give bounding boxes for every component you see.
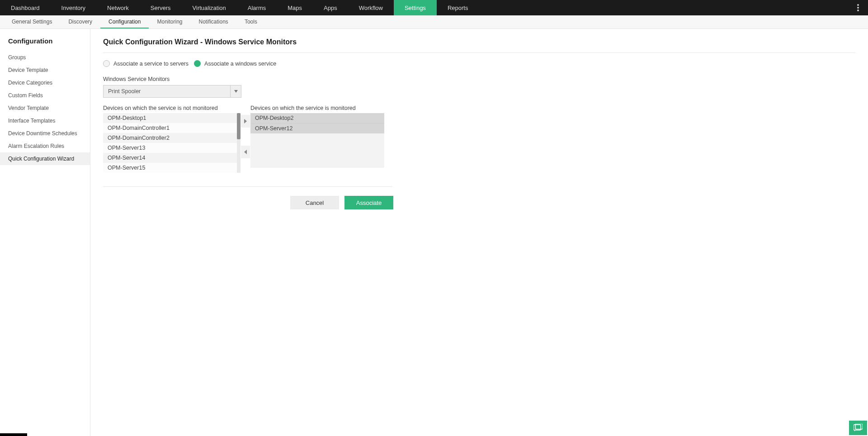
list-empty-space <box>250 133 384 168</box>
sidebar-item-device-template[interactable]: Device Template <box>0 64 90 76</box>
chevron-down-icon <box>230 85 241 97</box>
not-monitored-list[interactable]: OPM-Desktop1 OPM-DomainController1 OPM-D… <box>103 113 237 173</box>
move-left-button[interactable] <box>241 146 250 158</box>
subnav-discovery[interactable]: Discovery <box>60 15 100 28</box>
top-nav: Dashboard Inventory Network Servers Virt… <box>0 0 868 15</box>
nav-maps[interactable]: Maps <box>277 0 313 15</box>
radio-associate-windows-service[interactable]: Associate a windows service <box>194 60 276 67</box>
sidebar-item-interface-templates[interactable]: Interface Templates <box>0 114 90 127</box>
list-item[interactable]: OPM-Server15 <box>103 163 237 173</box>
list-item[interactable]: OPM-Server14 <box>103 153 237 163</box>
nav-workflow[interactable]: Workflow <box>348 0 394 15</box>
move-buttons <box>241 105 250 158</box>
svg-point-2 <box>857 9 859 11</box>
scrollbar[interactable] <box>237 113 241 173</box>
subnav-monitoring[interactable]: Monitoring <box>149 15 190 28</box>
sub-nav: General Settings Discovery Configuration… <box>0 15 868 29</box>
subnav-notifications[interactable]: Notifications <box>191 15 236 28</box>
sidebar: Configuration Groups Device Template Dev… <box>0 29 90 436</box>
subnav-configuration[interactable]: Configuration <box>100 15 149 28</box>
list-item[interactable]: OPM-DomainController1 <box>103 123 237 133</box>
list-item[interactable]: OPM-Desktop1 <box>103 113 237 123</box>
page-title: Quick Configuration Wizard - Windows Ser… <box>103 38 855 53</box>
monitored-list[interactable]: OPM-Desktop2 OPM-Server12 <box>250 113 384 168</box>
sidebar-item-custom-fields[interactable]: Custom Fields <box>0 89 90 102</box>
nav-dashboard[interactable]: Dashboard <box>0 0 51 15</box>
kebab-menu-icon[interactable] <box>853 0 863 15</box>
cancel-button[interactable]: Cancel <box>290 196 339 209</box>
action-buttons: Cancel Associate <box>103 186 392 209</box>
radio-associate-service-to-servers[interactable]: Associate a service to servers <box>103 60 189 67</box>
list-item[interactable]: OPM-Server12 <box>250 123 384 133</box>
list-item[interactable]: OPM-Server13 <box>103 143 237 153</box>
help-chat-button[interactable] <box>849 421 867 435</box>
radio-group: Associate a service to servers Associate… <box>103 53 855 71</box>
sidebar-item-device-categories[interactable]: Device Categories <box>0 76 90 89</box>
radio-icon <box>194 60 201 67</box>
nav-servers[interactable]: Servers <box>140 0 182 15</box>
monitored-label: Devices on which the service is monitore… <box>250 105 384 111</box>
sidebar-item-quick-configuration-wizard[interactable]: Quick Configuration Wizard <box>0 152 90 165</box>
nav-inventory[interactable]: Inventory <box>51 0 96 15</box>
service-select-label: Windows Service Monitors <box>103 76 392 82</box>
sidebar-item-vendor-template[interactable]: Vendor Template <box>0 102 90 114</box>
radio-label: Associate a windows service <box>204 61 276 67</box>
nav-network[interactable]: Network <box>96 0 140 15</box>
nav-alarms[interactable]: Alarms <box>237 0 277 15</box>
move-right-button[interactable] <box>241 115 250 128</box>
service-select[interactable]: Print Spooler <box>103 85 241 98</box>
nav-apps[interactable]: Apps <box>313 0 348 15</box>
bottom-strip <box>0 433 27 436</box>
main-content: Quick Configuration Wizard - Windows Ser… <box>90 29 868 436</box>
sidebar-item-device-downtime-schedules[interactable]: Device Downtime Schedules <box>0 127 90 140</box>
nav-settings[interactable]: Settings <box>394 0 437 15</box>
list-item[interactable]: OPM-DomainController2 <box>103 133 237 143</box>
svg-point-1 <box>857 7 859 9</box>
radio-label: Associate a service to servers <box>113 61 189 67</box>
subnav-general-settings[interactable]: General Settings <box>4 15 60 28</box>
subnav-tools[interactable]: Tools <box>236 15 265 28</box>
sidebar-title: Configuration <box>0 35 90 51</box>
nav-virtualization[interactable]: Virtualization <box>182 0 237 15</box>
sidebar-item-alarm-escalation-rules[interactable]: Alarm Escalation Rules <box>0 140 90 152</box>
radio-icon <box>103 60 110 67</box>
service-select-value: Print Spooler <box>104 85 230 97</box>
list-item[interactable]: OPM-Desktop2 <box>250 113 384 123</box>
sidebar-item-groups[interactable]: Groups <box>0 51 90 64</box>
svg-point-0 <box>857 4 859 6</box>
dual-list: Devices on which the service is not moni… <box>103 105 855 173</box>
not-monitored-label: Devices on which the service is not moni… <box>103 105 241 111</box>
associate-button[interactable]: Associate <box>344 196 393 209</box>
nav-reports[interactable]: Reports <box>437 0 479 15</box>
scrollbar-thumb[interactable] <box>237 113 241 139</box>
